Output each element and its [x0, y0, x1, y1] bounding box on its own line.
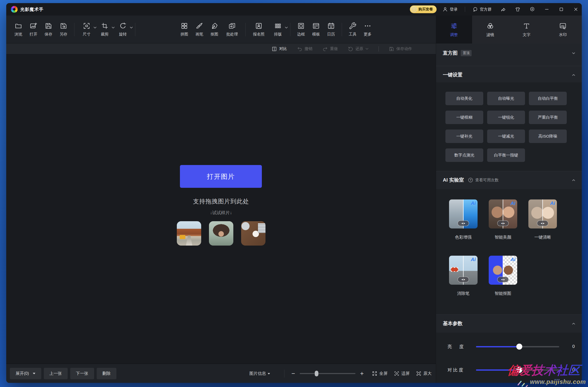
one-key-fill-light-button[interactable]: 一键补光: [445, 130, 483, 143]
one-key-sharpen-button[interactable]: 一键锐化: [487, 111, 525, 124]
ai-usage-link[interactable]: ? 查看可用次数: [468, 177, 499, 183]
one-key-dim-light-button[interactable]: 一键减光: [487, 130, 525, 143]
strong-white-balance-button[interactable]: 严重白平衡: [529, 111, 567, 124]
toolbar-crop[interactable]: 裁剪: [96, 22, 114, 37]
sample-image-desk-flatlay[interactable]: [241, 221, 265, 246]
brightness-slider[interactable]: [476, 346, 559, 347]
tab-filters[interactable]: 滤镜: [472, 16, 508, 44]
toolbar-resize[interactable]: 尺寸: [78, 22, 96, 37]
white-balance-one-touch-button[interactable]: 白平衡一指键: [487, 148, 525, 162]
toolbar-tools[interactable]: 工具: [345, 22, 360, 37]
tab-watermark[interactable]: 水印: [545, 16, 581, 44]
canvas-area[interactable]: 打开图片 支持拖拽图片到此处 ↓试试样片↓: [6, 54, 436, 364]
undo-button[interactable]: 撤销: [297, 46, 312, 52]
delete-image-button[interactable]: 删除: [97, 368, 116, 379]
help-circle-icon: ?: [468, 177, 473, 183]
gear-icon: [529, 6, 535, 12]
image-info-dropdown[interactable]: 图片信息: [249, 364, 270, 383]
ai-smart-beauty[interactable]: Ai ◄► 智能美颜: [489, 199, 517, 240]
toolbar-save[interactable]: 保存: [41, 22, 56, 37]
one-key-collapse-toggle[interactable]: [572, 73, 575, 77]
toolbar-layout[interactable]: 排版: [269, 22, 287, 37]
compare-slider-handle[interactable]: ◄►: [537, 220, 548, 226]
toolbar-matting[interactable]: 抠图: [207, 22, 222, 37]
toolbar-browse[interactable]: 浏览: [11, 22, 26, 37]
toolbar-more[interactable]: 更多: [360, 22, 375, 37]
official-group-label: 官方群: [480, 7, 492, 12]
ai-item-label: 一键清晰: [528, 235, 557, 240]
toolbar-open[interactable]: 打开: [26, 22, 41, 37]
ai-lab-collapse-toggle[interactable]: [572, 178, 575, 182]
ai-color-enhance[interactable]: Ai ◄► 色彩增强: [449, 199, 478, 240]
compare-slider-handle[interactable]: ◄►: [458, 220, 469, 226]
fit-screen-button[interactable]: 适屏: [394, 371, 410, 376]
tab-text[interactable]: 文字: [508, 16, 545, 44]
zoom-out-button[interactable]: −: [291, 370, 295, 377]
minimize-button[interactable]: [541, 3, 553, 16]
high-iso-denoise-button[interactable]: 高ISO降噪: [529, 130, 567, 143]
settings-button[interactable]: [529, 6, 535, 12]
toolbar-label: 日历: [327, 32, 335, 37]
toolbar-template[interactable]: 模板: [309, 22, 324, 37]
zoom-in-button[interactable]: +: [360, 370, 364, 377]
basic-params-collapse-toggle[interactable]: [572, 322, 575, 325]
ai-smart-beauty-thumb[interactable]: Ai ◄►: [489, 199, 517, 228]
buy-package-button[interactable]: 购买套餐: [410, 5, 437, 13]
auto-beautify-button[interactable]: 自动美化: [445, 92, 483, 105]
sample-image-desert-road[interactable]: [177, 221, 201, 246]
save-action-button[interactable]: 保存动作: [389, 46, 412, 52]
ai-badge: Ai: [510, 257, 515, 262]
official-group-button[interactable]: 官方群: [472, 6, 492, 12]
tab-adjust[interactable]: 调整: [436, 16, 472, 44]
toolbar-batch[interactable]: 批处理: [222, 22, 242, 37]
expand-filmstrip-button[interactable]: 展开(0): [10, 368, 41, 379]
one-key-blur-button[interactable]: 一键模糊: [445, 111, 483, 124]
redo-button[interactable]: 重做: [322, 46, 338, 52]
toolbar-frame[interactable]: 边框: [293, 22, 309, 37]
chat-bubble-icon: [472, 6, 478, 12]
chevron-down-icon[interactable]: [130, 26, 133, 30]
open-image-button[interactable]: 打开图片: [180, 165, 262, 188]
skin-theme-button[interactable]: [515, 6, 521, 12]
compare-slider-handle[interactable]: ◄►: [458, 277, 469, 282]
ai-one-key-clarity[interactable]: Ai ◄► 一键清晰: [528, 199, 557, 240]
compare-button[interactable]: 对比: [271, 46, 287, 52]
toolbar-rotate[interactable]: 旋转: [114, 22, 132, 37]
chevron-down-icon[interactable]: [285, 26, 288, 30]
auto-exposure-button[interactable]: 自动曝光: [487, 92, 525, 105]
ai-smart-matting[interactable]: Ai ◄► 智能抠图: [489, 256, 517, 296]
panel-divider: [436, 314, 582, 315]
contrast-slider-thumb[interactable]: [516, 367, 522, 373]
prev-image-button[interactable]: 上一张: [44, 368, 68, 379]
toolbar-label: 更多: [364, 32, 372, 37]
compare-slider-handle[interactable]: ◄►: [497, 277, 509, 282]
auto-white-balance-button[interactable]: 自动白平衡: [529, 92, 567, 105]
ai-one-key-clarity-thumb[interactable]: Ai ◄►: [528, 199, 557, 228]
ai-color-enhance-thumb[interactable]: Ai ◄►: [449, 199, 478, 228]
compare-slider-handle[interactable]: ◄►: [497, 220, 509, 226]
share-button[interactable]: [500, 6, 506, 12]
toolbar-id-photo[interactable]: 报名照: [249, 22, 269, 37]
maximize-button[interactable]: [555, 3, 567, 16]
sample-image-portrait[interactable]: [209, 221, 233, 246]
original-size-button[interactable]: 原大: [416, 371, 432, 376]
toolbar-calendar[interactable]: 12 日历: [324, 22, 339, 37]
fullscreen-button[interactable]: 全屏: [372, 371, 388, 376]
zoom-slider[interactable]: [300, 373, 355, 374]
toolbar-collage[interactable]: 拼图: [177, 22, 192, 37]
next-image-button[interactable]: 下一张: [70, 368, 94, 379]
login-button[interactable]: 登录: [442, 6, 458, 12]
restore-button[interactable]: 还原: [348, 46, 369, 52]
pin-top-badge[interactable]: 置顶: [461, 50, 472, 56]
toolbar-save-as[interactable]: 另存: [56, 22, 71, 37]
digital-spot-metering-button[interactable]: 数字点测光: [445, 148, 483, 162]
ai-smart-matting-thumb[interactable]: Ai ◄►: [489, 256, 517, 285]
histogram-collapse-toggle[interactable]: [572, 52, 575, 55]
contrast-slider[interactable]: [476, 369, 559, 371]
close-button[interactable]: [570, 3, 582, 16]
brightness-slider-thumb[interactable]: [516, 344, 522, 350]
zoom-slider-thumb[interactable]: [315, 371, 318, 376]
toolbar-brush[interactable]: 画笔: [192, 22, 207, 37]
ai-eraser-pen-thumb[interactable]: Ai ◄►: [449, 256, 478, 285]
ai-eraser-pen[interactable]: Ai ◄► 消除笔: [449, 256, 478, 296]
